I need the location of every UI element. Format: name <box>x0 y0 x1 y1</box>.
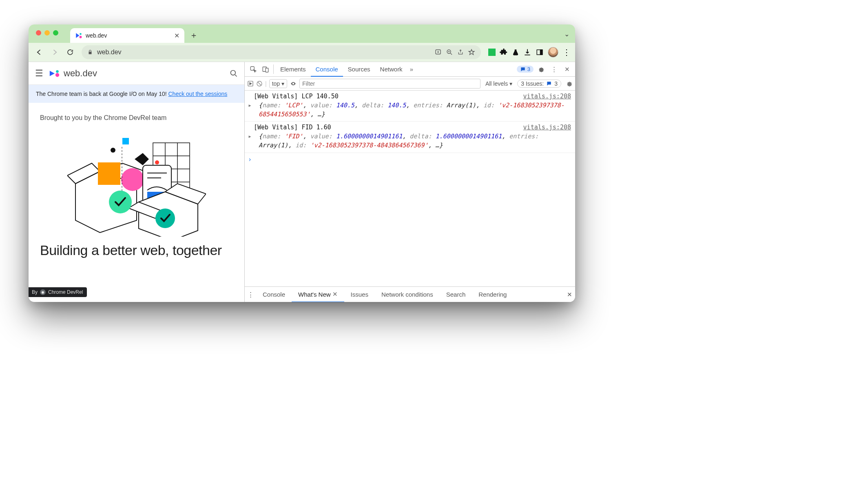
browser-toolbar: web.dev ⋮ <box>29 43 575 62</box>
badge-name: Chrome DevRel <box>48 289 83 295</box>
chevron-down-icon: ▾ <box>281 80 284 87</box>
zoom-out-icon[interactable] <box>446 49 453 56</box>
clear-console-icon[interactable] <box>256 80 263 87</box>
drawer-tab-whatsnew[interactable]: What's New ✕ <box>292 287 344 302</box>
console-prompt[interactable]: › <box>245 153 575 167</box>
devtools-drawer-tabs: ⋮ Console What's New ✕ Issues Network co… <box>245 286 575 302</box>
svg-rect-36 <box>266 68 268 72</box>
close-icon[interactable]: ✕ <box>332 291 338 298</box>
share-icon[interactable] <box>457 49 464 56</box>
tab-sources[interactable]: Sources <box>343 62 375 76</box>
drawer-tab-console[interactable]: Console <box>256 287 292 302</box>
close-drawer-icon[interactable]: ✕ <box>564 287 575 302</box>
close-devtools-icon[interactable]: ✕ <box>561 66 573 73</box>
hero-heading: Building a better web, together <box>40 242 233 258</box>
svg-point-8 <box>231 70 236 75</box>
drawer-tab-issues[interactable]: Issues <box>344 287 375 302</box>
context-selector[interactable]: top ▾ <box>269 79 287 88</box>
window-controls <box>36 30 58 36</box>
toolbar-right: ⋮ <box>486 47 571 58</box>
message-count: 3 <box>527 66 530 72</box>
attribution-badge[interactable]: By ◉ Chrome DevRel <box>29 287 87 297</box>
webpage-viewport: ☰ web.dev The Chrome team is back at Goo… <box>29 62 245 302</box>
svg-rect-16 <box>122 138 129 144</box>
chrome-logo-icon: ◉ <box>40 289 46 295</box>
inspect-icon[interactable] <box>247 62 259 76</box>
extension-square-icon[interactable] <box>488 49 496 56</box>
log-level-selector[interactable]: All levels ▾ <box>483 80 515 88</box>
svg-point-7 <box>56 70 59 73</box>
log-source-link[interactable]: vitals.js:208 <box>523 123 571 132</box>
site-brand[interactable]: web.dev <box>49 68 97 79</box>
close-tab-icon[interactable]: ✕ <box>174 32 179 40</box>
tab-elements[interactable]: Elements <box>275 62 311 76</box>
star-icon[interactable] <box>468 49 475 56</box>
console-log-entry[interactable]: vitals.js:208 [Web Vitals] LCP 140.50 {n… <box>245 91 575 122</box>
svg-point-0 <box>80 36 82 38</box>
play-context-icon[interactable] <box>247 80 254 87</box>
fullscreen-window-icon[interactable] <box>53 30 58 36</box>
message-count-badge[interactable]: 3 <box>517 66 534 73</box>
close-window-icon[interactable] <box>36 30 41 36</box>
console-toolbar: | top ▾ All levels ▾ 3 Issues: 3 <box>245 77 575 91</box>
tab-network[interactable]: Network <box>375 62 407 76</box>
drawer-kebab-icon[interactable]: ⋮ <box>245 287 256 302</box>
kicker-text: Brought to you by the Chrome DevRel team <box>40 114 233 122</box>
devtools-panel: Elements Console Sources Network » 3 ⋮ ✕ <box>245 62 575 302</box>
new-tab-button[interactable]: ＋ <box>188 29 200 41</box>
kebab-icon[interactable]: ⋮ <box>548 66 560 73</box>
svg-rect-5 <box>540 50 542 55</box>
tab-console[interactable]: Console <box>311 62 343 77</box>
hamburger-icon[interactable]: ☰ <box>35 68 43 79</box>
forward-icon[interactable] <box>48 46 61 59</box>
log-object[interactable]: {name: 'LCP', value: 140.5, delta: 140.5… <box>254 101 572 119</box>
badge-by: By <box>32 289 38 295</box>
site-header: ☰ web.dev <box>29 62 244 85</box>
flask-icon[interactable] <box>512 48 519 56</box>
hero-section: Brought to you by the Chrome DevRel team <box>29 103 244 258</box>
reload-icon[interactable] <box>64 46 77 59</box>
puzzle-icon[interactable] <box>500 48 508 56</box>
announcement-banner: The Chrome team is back at Google I/O on… <box>29 85 244 103</box>
banner-text: The Chrome team is back at Google I/O on… <box>36 91 168 97</box>
svg-point-14 <box>111 148 115 153</box>
kebab-icon[interactable]: ⋮ <box>562 47 571 57</box>
issues-badge[interactable]: 3 Issues: 3 <box>517 80 561 88</box>
search-icon[interactable] <box>230 69 238 78</box>
back-icon[interactable] <box>33 46 46 59</box>
tab-title: web.dev <box>86 32 107 39</box>
install-app-icon[interactable] <box>434 49 442 56</box>
gear-icon[interactable] <box>535 66 547 73</box>
console-log-entry[interactable]: vitals.js:208 [Web Vitals] FID 1.60 {nam… <box>245 122 575 153</box>
console-output[interactable]: vitals.js:208 [Web Vitals] LCP 140.50 {n… <box>245 91 575 286</box>
filter-input[interactable] <box>299 79 480 89</box>
svg-point-6 <box>55 73 59 77</box>
hero-illustration <box>67 131 206 237</box>
banner-link[interactable]: Check out the sessions <box>168 91 227 97</box>
tabs-overflow-icon[interactable]: » <box>410 62 413 76</box>
drawer-tab-network-conditions[interactable]: Network conditions <box>375 287 440 302</box>
log-source-link[interactable]: vitals.js:208 <box>523 92 571 101</box>
browser-tab[interactable]: web.dev ✕ <box>70 28 184 43</box>
chevron-down-icon: ▾ <box>509 80 512 87</box>
eye-icon[interactable] <box>290 81 297 87</box>
gear-icon[interactable] <box>565 80 573 87</box>
drawer-tab-search[interactable]: Search <box>440 287 472 302</box>
log-object[interactable]: {name: 'FID', value: 1.6000000014901161,… <box>254 132 572 150</box>
browser-window: web.dev ✕ ＋ ⌄ web.dev <box>29 24 575 302</box>
drawer-tab-rendering[interactable]: Rendering <box>472 287 513 302</box>
tab-strip: web.dev ✕ ＋ ⌄ <box>29 24 575 43</box>
device-toggle-icon[interactable] <box>259 62 272 76</box>
lock-icon <box>87 49 93 55</box>
profile-avatar[interactable] <box>548 47 558 58</box>
omnibox[interactable]: web.dev <box>82 45 481 59</box>
panel-icon[interactable] <box>536 49 544 56</box>
issues-count: 3 <box>554 80 558 87</box>
svg-marker-17 <box>135 153 149 165</box>
brand-text: web.dev <box>64 68 97 79</box>
chevron-down-icon[interactable]: ⌄ <box>564 30 569 38</box>
issues-prefix: 3 Issues: <box>521 80 544 87</box>
svg-point-12 <box>121 168 144 191</box>
download-icon[interactable] <box>523 48 531 56</box>
minimize-window-icon[interactable] <box>44 30 50 36</box>
